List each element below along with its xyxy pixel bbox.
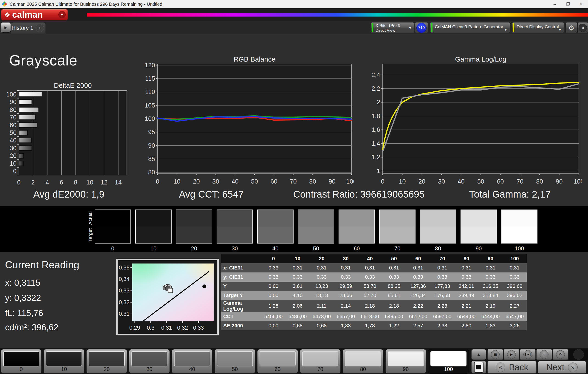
swatch-target [258, 226, 293, 243]
play-forward-icon: ▶ [4, 25, 7, 30]
range-measure-button[interactable]: [··] [520, 349, 536, 360]
display-control-status-bar [513, 23, 514, 32]
table-cell: 2,23 [430, 300, 454, 312]
svg-text:DeltaE 2000: DeltaE 2000 [54, 82, 92, 89]
svg-text:30: 30 [212, 178, 219, 185]
swatch-target [176, 226, 212, 243]
table-cell: 88,25 [382, 282, 406, 291]
expand-pattern-panel-button[interactable]: ▲ [471, 349, 486, 360]
pattern-patch-80[interactable]: 80 [343, 349, 383, 374]
svg-text:2,2: 2,2 [371, 85, 380, 92]
svg-text:80: 80 [536, 178, 543, 185]
pattern-patch-20[interactable]: 20 [86, 349, 127, 374]
meter-dropdown[interactable]: X-Rite i1Pro 3 Direct View ▼ [371, 22, 414, 33]
swatch-level-label: 10 [135, 245, 172, 252]
pattern-window-button[interactable] [471, 361, 486, 374]
table-cell: 13,13 [310, 291, 334, 300]
cie-xy-chart: 0,290,30,310,320,330,310,320,330,340,35 [116, 259, 219, 335]
swatch-level-90 [461, 210, 497, 244]
swatch-target [217, 226, 252, 243]
svg-text:2,4: 2,4 [371, 71, 380, 78]
play-button[interactable]: ▶ [504, 349, 519, 360]
swatch-actual [95, 210, 130, 226]
swatch-actual [298, 210, 334, 226]
swatch-level-label: 70 [379, 245, 416, 252]
table-cell: 28,66 [334, 291, 358, 300]
pattern-patch-10[interactable]: 10 [44, 349, 84, 374]
next-label: Next [546, 363, 564, 372]
table-cell: 1,83 [478, 321, 503, 330]
table-cell: 0,00 [261, 291, 285, 300]
minimize-icon[interactable]: – [548, 0, 561, 8]
pattern-generator-dropdown[interactable]: CalMAN Client 3 Pattern Generator ▼ [430, 22, 510, 33]
table-cell: 396,62 [503, 282, 527, 291]
swatch-actual [176, 210, 212, 226]
table-cell: 6547,00 [503, 312, 527, 321]
table-cell: 2,19 [478, 300, 503, 312]
svg-text:0,33: 0,33 [119, 287, 130, 294]
table-cell: 0,33 [310, 272, 334, 282]
back-button[interactable]: « Back [487, 361, 536, 374]
svg-text:100: 100 [6, 91, 17, 98]
calman-menu-button[interactable]: ❖ calman ▼ [1, 9, 68, 21]
swatch-actual [136, 210, 171, 226]
svg-text:10: 10 [86, 179, 93, 186]
row-label: CCT [221, 312, 261, 321]
chevron-down-icon[interactable]: ▼ [58, 11, 66, 18]
column-header-70: 70 [430, 254, 454, 263]
table-cell: 3,61 [285, 282, 310, 291]
refresh-icon: ⟳ [556, 350, 565, 359]
table-cell: 0,31 [334, 263, 358, 272]
svg-text:0,32: 0,32 [177, 325, 188, 331]
svg-text:90: 90 [329, 178, 336, 185]
collapse-panel-button[interactable]: ◀ [578, 22, 588, 33]
patch-label: 0 [1, 366, 41, 372]
continuous-measure-button[interactable]: ∞ [536, 349, 552, 360]
pattern-bar: 0102030405060708090100 ▲ ■ ▶ [··] ∞ ⟳ [0, 348, 588, 374]
column-header-80: 80 [454, 254, 478, 263]
meter-count-button[interactable]: 719 [415, 22, 428, 33]
avg-de2000-stat: Avg dE2000: 1,9 [5, 189, 133, 200]
table-row: ΔE 20000,000,680,681,831,781,222,572,332… [221, 321, 527, 330]
close-icon[interactable]: ✕ [575, 0, 588, 8]
maximize-icon[interactable]: ❐ [561, 0, 575, 8]
infinity-icon: ∞ [540, 350, 548, 359]
pattern-patch-30[interactable]: 30 [129, 349, 170, 374]
table-cell: 2,27 [503, 300, 527, 312]
table-cell: 2,21 [454, 300, 478, 312]
calman-logo-text: calman [12, 10, 43, 20]
column-header-60: 60 [406, 254, 430, 263]
layout-nav-button[interactable]: ▶ [1, 22, 11, 33]
pattern-patch-0[interactable]: 0 [1, 349, 42, 374]
table-cell: 6495,00 [382, 312, 406, 321]
table-cell: 0,33 [358, 272, 382, 282]
settings-button[interactable]: ⚙ [566, 22, 577, 33]
pattern-patch-40[interactable]: 40 [172, 349, 212, 374]
refresh-measure-button[interactable]: ⟳ [553, 349, 568, 360]
stop-button[interactable]: ■ [487, 349, 503, 360]
svg-text:40: 40 [458, 178, 465, 185]
table-cell: 396,62 [503, 291, 527, 300]
svg-text:60: 60 [497, 178, 504, 185]
svg-text:14: 14 [115, 179, 122, 186]
pattern-patch-50[interactable]: 50 [215, 349, 255, 374]
tab-history-1[interactable]: History 1 + [11, 22, 45, 33]
pattern-patch-90[interactable]: 90 [385, 349, 426, 374]
table-cell: 0,31 [310, 263, 334, 272]
swatch-level-70 [379, 210, 416, 244]
pattern-window-icon [474, 362, 483, 373]
pattern-patch-60[interactable]: 60 [257, 349, 298, 374]
stop-icon: ■ [491, 350, 500, 359]
svg-text:10: 10 [10, 160, 17, 167]
range-icon: [··] [524, 350, 532, 359]
table-cell: 0,31 [285, 263, 310, 272]
patch-swatch [131, 351, 168, 366]
pattern-patch-100[interactable]: 100 [428, 349, 469, 374]
window-title: Calman 2025 Calman Ultimate for Business… [10, 2, 162, 7]
next-button[interactable]: Next » [538, 361, 586, 374]
app-icon [2, 2, 7, 6]
display-control-dropdown[interactable]: Direct Display Control ▼ [512, 22, 564, 33]
swatch-level-100 [501, 210, 537, 244]
pattern-patch-70[interactable]: 70 [300, 349, 341, 374]
add-tab-button[interactable]: + [34, 22, 45, 33]
